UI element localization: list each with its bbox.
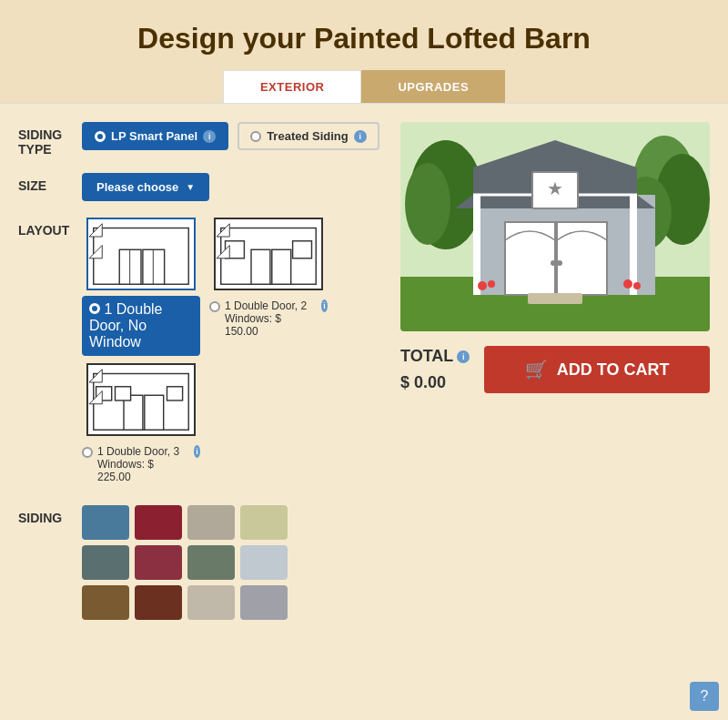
siding-type-label: SIDING TYPE <box>18 122 82 157</box>
add-to-cart-button[interactable]: 🛒 ADD TO CART <box>484 346 710 393</box>
size-label: SIZE <box>18 173 82 193</box>
main-content: SIDING TYPE LP Smart Panel i Treated Sid… <box>0 104 728 654</box>
layout-label: LAYOUT <box>18 218 82 238</box>
siding-colors-label: SIDING <box>18 505 82 525</box>
siding-colors-row: SIDING <box>18 505 382 620</box>
siding-type-options: LP Smart Panel i Treated Siding i <box>82 122 382 150</box>
svg-rect-8 <box>251 249 270 284</box>
color-swatch-9[interactable] <box>135 585 182 620</box>
size-dropdown-text: Please choose <box>96 180 178 194</box>
treated-radio <box>250 131 261 142</box>
layout-card-2: 1 Double Door, 2 Windows: $ 150.00 i <box>209 218 328 341</box>
tab-exterior[interactable]: EXTERIOR <box>223 70 361 103</box>
barn-illustration: ★ <box>400 122 710 331</box>
lp-smart-label: LP Smart Panel <box>111 129 197 143</box>
svg-rect-9 <box>272 249 291 284</box>
svg-point-42 <box>478 281 487 290</box>
layout-content: 1 Double Door, No Window <box>82 218 382 356</box>
color-swatch-2[interactable] <box>187 505 235 540</box>
svg-point-45 <box>633 282 641 289</box>
total-amount: $ 0.00 <box>400 373 446 392</box>
color-swatch-1[interactable] <box>135 505 182 540</box>
svg-rect-19 <box>167 387 183 401</box>
svg-text:★: ★ <box>547 178 563 198</box>
layout-3-info-icon[interactable]: i <box>194 445 200 458</box>
lp-smart-radio-inner <box>97 134 103 139</box>
svg-marker-20 <box>89 370 102 382</box>
layout-card-1: 1 Double Door, No Window <box>82 218 200 356</box>
layout-label-2[interactable]: 1 Double Door, 2 Windows: $ 150.00 i <box>209 296 328 341</box>
size-dropdown[interactable]: Please choose ▼ <box>82 173 209 201</box>
color-swatch-0[interactable] <box>82 505 129 540</box>
left-panel: SIDING TYPE LP Smart Panel i Treated Sid… <box>18 122 382 636</box>
right-panel: ★ <box>400 122 710 636</box>
page-wrapper: Design your Painted Lofted Barn EXTERIOR… <box>0 0 728 654</box>
layout-svg-1 <box>88 219 194 289</box>
layout-text-2: 1 Double Door, 2 Windows: $ 150.00 <box>225 299 317 338</box>
layout-svg-3 <box>88 365 194 434</box>
color-swatch-7[interactable] <box>240 545 288 580</box>
tab-upgrades[interactable]: UPGRADES <box>361 70 505 103</box>
add-to-cart-label: ADD TO CART <box>557 360 670 380</box>
siding-colors-content <box>82 505 382 620</box>
color-swatch-4[interactable] <box>82 545 129 580</box>
size-content: Please choose ▼ <box>82 173 382 201</box>
siding-colors-grid <box>82 505 288 620</box>
color-swatch-10[interactable] <box>187 585 235 620</box>
svg-rect-11 <box>293 241 312 259</box>
help-icon: ? <box>701 688 709 705</box>
siding-type-row: SIDING TYPE LP Smart Panel i Treated Sid… <box>18 122 382 157</box>
total-label: TOTAL <box>400 347 453 366</box>
layout-row-3: 1 Double Door, 3 Windows: $ 225.00 i <box>82 363 382 487</box>
layout-radio-2 <box>209 301 220 312</box>
layout-img-1[interactable] <box>86 218 196 290</box>
svg-rect-36 <box>557 222 607 295</box>
layout-svg-2 <box>216 219 321 289</box>
layout-row: LAYOUT <box>18 218 382 356</box>
svg-rect-18 <box>116 387 131 401</box>
layout-img-2[interactable] <box>214 218 323 290</box>
layout-card-3: 1 Double Door, 3 Windows: $ 225.00 i <box>82 363 200 487</box>
svg-rect-40 <box>630 195 637 295</box>
treated-info-icon[interactable]: i <box>354 130 367 143</box>
svg-point-43 <box>488 280 495 288</box>
layout-text-1: 1 Double Door, No Window <box>89 301 163 350</box>
cart-icon: 🛒 <box>525 359 548 380</box>
treated-label: Treated Siding <box>267 129 349 143</box>
svg-marker-5 <box>89 224 102 237</box>
color-swatch-3[interactable] <box>240 505 288 540</box>
color-swatch-11[interactable] <box>240 585 288 620</box>
layout-radio-3 <box>82 447 93 458</box>
barn-image-container: ★ <box>400 122 710 331</box>
layout-label-1[interactable]: 1 Double Door, No Window <box>82 296 200 356</box>
lp-smart-radio <box>95 131 106 142</box>
color-swatch-8[interactable] <box>82 585 129 620</box>
svg-rect-41 <box>528 293 582 304</box>
svg-point-37 <box>551 260 556 266</box>
siding-treated-button[interactable]: Treated Siding i <box>238 122 379 150</box>
svg-marker-12 <box>217 224 229 237</box>
layout-label-3[interactable]: 1 Double Door, 3 Windows: $ 225.00 i <box>82 441 200 487</box>
color-swatch-6[interactable] <box>187 545 235 580</box>
page-title: Design your Painted Lofted Barn <box>0 0 728 70</box>
size-row: SIZE Please choose ▼ <box>18 173 382 201</box>
tabs-bar: EXTERIOR UPGRADES <box>0 70 728 104</box>
total-info-icon[interactable]: i <box>457 350 470 363</box>
layout-radio-1 <box>89 303 100 314</box>
svg-rect-35 <box>505 222 555 295</box>
svg-point-44 <box>623 279 632 289</box>
svg-point-24 <box>405 163 450 245</box>
total-cart-row: TOTALi $ 0.00 🛒 ADD TO CART <box>400 346 710 393</box>
svg-point-38 <box>557 260 562 266</box>
color-swatch-5[interactable] <box>135 545 182 580</box>
total-section: TOTALi $ 0.00 <box>400 347 470 392</box>
svg-rect-16 <box>145 395 164 430</box>
layout-text-3: 1 Double Door, 3 Windows: $ 225.00 <box>97 445 189 483</box>
dropdown-arrow-icon: ▼ <box>186 182 195 192</box>
lp-smart-info-icon[interactable]: i <box>203 130 216 143</box>
layout-2-info-icon[interactable]: i <box>321 299 328 312</box>
help-button[interactable]: ? <box>690 682 719 711</box>
svg-rect-39 <box>473 195 480 295</box>
layout-img-3[interactable] <box>86 363 196 436</box>
siding-lp-smart-button[interactable]: LP Smart Panel i <box>82 122 228 150</box>
